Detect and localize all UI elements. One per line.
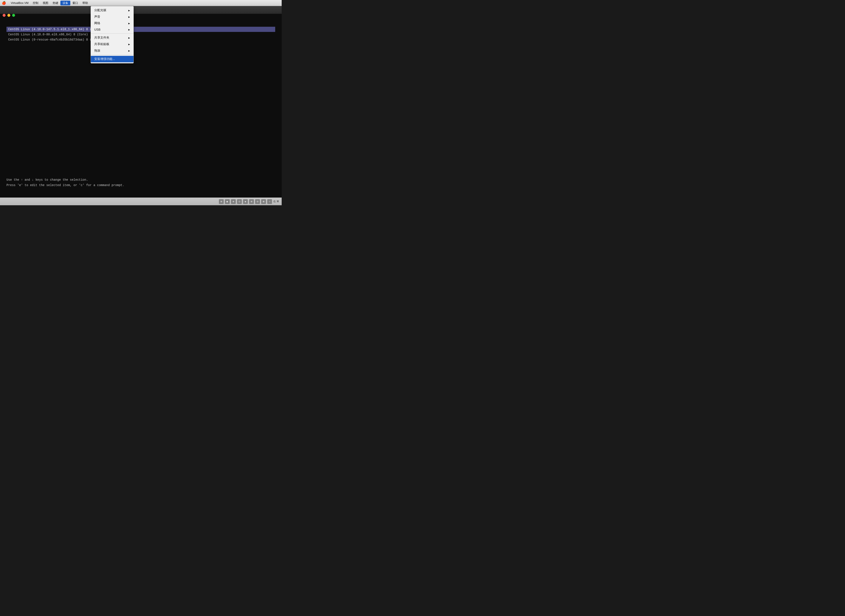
submenu-arrow-audio: ▶ xyxy=(128,16,130,18)
menu-item-dragdrop[interactable]: 拖放 ▶ xyxy=(91,47,133,54)
menu-item-usb[interactable]: USB ▶ xyxy=(91,26,133,32)
submenu-arrow-network: ▶ xyxy=(128,22,130,25)
menu-item-network[interactable]: 网络 ▶ xyxy=(91,20,133,26)
menu-item-install-additions[interactable]: 安装增强功能... xyxy=(91,56,133,62)
devices-dropdown: 分配光驱 ▶ 声音 ▶ 网络 ▶ USB ▶ 共享文件夹 ▶ 共享粘贴板 ▶ 拖… xyxy=(91,6,134,63)
menu-item-audio[interactable]: 声音 ▶ xyxy=(91,13,133,20)
submenu-arrow-shared-folders: ▶ xyxy=(128,37,130,39)
submenu-arrow-optical: ▶ xyxy=(128,9,130,12)
dropdown-overlay: 分配光驱 ▶ 声音 ▶ 网络 ▶ USB ▶ 共享文件夹 ▶ 共享粘贴板 ▶ 拖… xyxy=(0,0,282,205)
menu-item-optical[interactable]: 分配光驱 ▶ xyxy=(91,7,133,13)
menu-item-clipboard[interactable]: 共享粘贴板 ▶ xyxy=(91,41,133,47)
submenu-arrow-usb: ▶ xyxy=(128,28,130,31)
menu-item-shared-folders[interactable]: 共享文件夹 ▶ xyxy=(91,35,133,41)
submenu-arrow-dragdrop: ▶ xyxy=(128,50,130,52)
submenu-arrow-clipboard: ▶ xyxy=(128,43,130,45)
